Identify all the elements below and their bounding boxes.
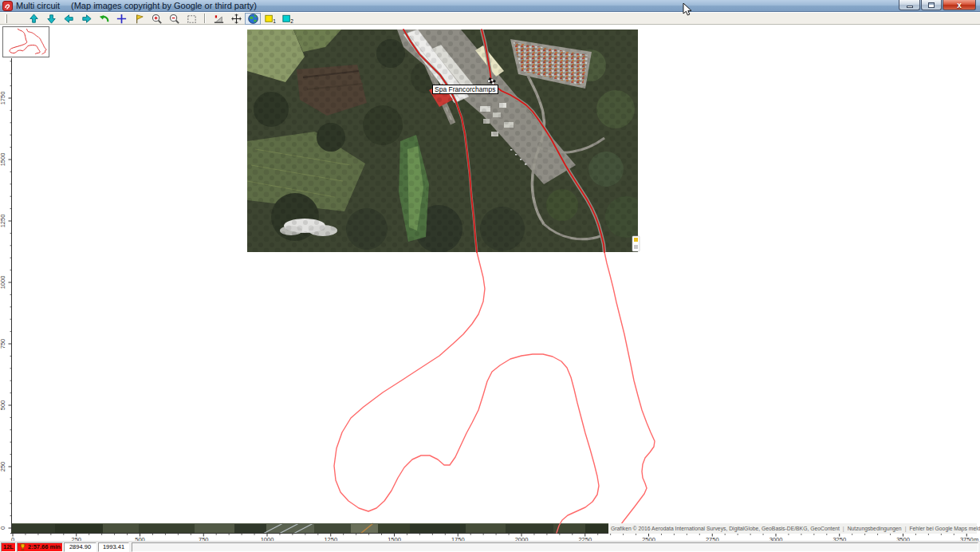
maximize-button[interactable]	[921, 0, 942, 10]
selection-rect-icon	[186, 13, 198, 25]
zoom-select-button[interactable]	[183, 13, 200, 25]
svg-text:250: 250	[0, 462, 6, 472]
svg-text:1000: 1000	[0, 276, 6, 290]
marker-2-button[interactable]: 2	[278, 13, 296, 25]
zoom-out-button[interactable]	[165, 13, 183, 25]
svg-text:1500: 1500	[0, 153, 6, 167]
plot-canvas[interactable]: 0250500750100012501500175020002250250027…	[0, 25, 980, 541]
marker-1-icon: 1	[264, 13, 276, 25]
pan-up-button[interactable]	[25, 13, 42, 25]
svg-text:0: 0	[0, 526, 6, 530]
minimize-icon	[907, 6, 913, 8]
cursor-y-panel: 1993.41 (Y)	[98, 542, 129, 552]
globe-icon	[247, 13, 259, 25]
map-scene[interactable]: 0250500750100012501500175020002250250027…	[0, 25, 980, 541]
status-bar: 12L 2:57.66 min 2894.90 (X) 1993.41 (Y)	[0, 541, 980, 552]
track-thumbnail-icon	[3, 27, 49, 57]
undo-icon	[98, 13, 110, 25]
slope-tool-button[interactable]	[210, 13, 227, 25]
toolbar-separator	[204, 14, 206, 23]
pan-right-icon	[81, 13, 92, 25]
satellite-image[interactable]	[247, 28, 647, 253]
svg-text:1: 1	[273, 18, 276, 24]
window-title-note: (Map images copyright by Google or third…	[71, 1, 257, 10]
map-zoom-widget[interactable]	[632, 236, 640, 251]
close-icon: x	[957, 1, 962, 10]
toolbar: 1 2	[0, 13, 980, 25]
zoom-in-button[interactable]	[148, 13, 165, 25]
svg-text:1750: 1750	[0, 92, 6, 105]
svg-text:1250: 1250	[0, 215, 6, 228]
track-overview-thumbnail[interactable]	[2, 26, 49, 57]
svg-text:500: 500	[0, 400, 6, 411]
marker-2-icon: 2	[281, 13, 293, 25]
title-bar[interactable]: Multi circuit (Map images copyright by G…	[0, 0, 980, 12]
marker-1-button[interactable]: 1	[261, 13, 278, 25]
attribution-text: Grafiken © 2016 Aerodata International S…	[611, 526, 840, 531]
pan-down-button[interactable]	[42, 13, 60, 25]
move-tool-button[interactable]	[112, 13, 130, 25]
minimize-button[interactable]	[899, 0, 920, 10]
zoom-out-icon	[168, 13, 180, 25]
crosshair-icon	[230, 13, 242, 25]
move-cross-icon	[116, 13, 128, 25]
status-empty-panel	[132, 542, 978, 552]
window-title: Multi circuit	[16, 1, 60, 10]
maximize-icon	[928, 2, 935, 8]
close-button[interactable]: x	[943, 0, 976, 10]
svg-text:750: 750	[0, 339, 6, 349]
pan-right-button[interactable]	[77, 13, 95, 25]
svg-text:2: 2	[290, 18, 293, 24]
report-error-link[interactable]: Fehler bei Google Maps melden	[909, 526, 980, 531]
map-overlay-toggle-button[interactable]	[245, 13, 261, 25]
map-label-tooltip: Spa Francorchamps	[432, 85, 498, 94]
pan-left-button[interactable]	[60, 13, 77, 25]
trophy-icon	[19, 543, 26, 551]
flag-icon	[133, 13, 145, 25]
pan-down-icon	[45, 13, 57, 25]
best-lap-panel: 2:57.66 min	[17, 542, 63, 552]
pan-left-icon	[63, 13, 75, 25]
flag-tool-button[interactable]	[130, 13, 148, 25]
toolbar-gripper[interactable]	[5, 14, 7, 23]
app-icon	[2, 1, 13, 11]
undo-view-button[interactable]	[95, 13, 112, 25]
zoom-in-icon	[151, 13, 163, 25]
lap-count-badge: 12L	[1, 542, 16, 552]
slope-icon	[213, 13, 225, 25]
terms-link[interactable]: Nutzungsbedingungen	[848, 526, 902, 531]
cursor-x-panel: 2894.90 (X)	[64, 542, 96, 552]
map-attribution: Grafiken © 2016 Aerodata International S…	[608, 523, 977, 534]
app-window: Multi circuit (Map images copyright by G…	[0, 0, 980, 552]
best-lap-time: 2:57.66 min	[28, 543, 61, 551]
pan-up-icon	[28, 13, 40, 25]
crosshair-tool-button[interactable]	[227, 13, 245, 25]
